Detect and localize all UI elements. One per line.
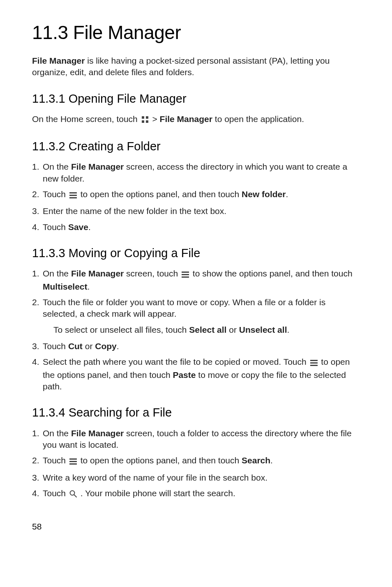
svg-rect-1 [146, 116, 148, 119]
svg-rect-4 [69, 192, 77, 193]
list-item: 3. Write a key word of the name of your … [32, 472, 360, 483]
menu-icon [182, 269, 189, 281]
term-file-manager: File Manager [71, 428, 124, 438]
menu-icon [69, 190, 77, 201]
steps-list: 1. On the File Manager screen, touch to … [32, 268, 360, 320]
term-cut: Cut [68, 341, 83, 351]
list-item: 1. On the File Manager screen, touch to … [32, 268, 360, 292]
term-save: Save [68, 222, 88, 232]
document-page: 11.3 File Manager File Manager is like h… [0, 0, 392, 587]
subsection-heading: 11.3.3 Moving or Copying a File [32, 245, 360, 261]
svg-rect-13 [69, 458, 77, 460]
list-item: 4. Touch Save. [32, 221, 360, 233]
svg-rect-5 [69, 195, 77, 196]
svg-rect-11 [310, 362, 318, 364]
subsection-heading: 11.3.1 Opening File Manager [32, 91, 360, 107]
intro-paragraph: File Manager is like having a pocket-siz… [32, 55, 360, 78]
paragraph: On the Home screen, touch > File Manager… [32, 113, 360, 126]
subsection-heading: 11.3.2 Creating a Folder [32, 138, 360, 154]
list-item: 1. On the File Manager screen, access th… [32, 161, 360, 184]
steps-list: 3. Touch Cut or Copy. 4. Select the path… [32, 341, 360, 392]
subsection-heading: 11.3.4 Searching for a File [32, 405, 360, 421]
svg-line-17 [74, 495, 76, 497]
term-paste: Paste [173, 370, 196, 380]
svg-rect-7 [182, 272, 189, 273]
svg-rect-2 [142, 120, 144, 123]
svg-rect-15 [69, 463, 77, 465]
term-new-folder: New folder [242, 189, 286, 199]
menu-icon [310, 357, 318, 369]
term-select-all: Select all [189, 325, 226, 334]
svg-rect-3 [146, 120, 148, 123]
term-unselect-all: Unselect all [239, 325, 287, 334]
steps-list: 1. On the File Manager screen, access th… [32, 161, 360, 233]
term-search: Search [242, 456, 270, 465]
term-file-manager: File Manager [32, 56, 85, 65]
note-paragraph: To select or unselect all files, touch S… [32, 324, 360, 336]
search-icon [69, 489, 77, 500]
list-item: 3. Touch Cut or Copy. [32, 341, 360, 352]
svg-rect-8 [182, 274, 189, 275]
svg-rect-6 [69, 197, 77, 198]
section-heading: 11.3 File Manager [32, 20, 360, 45]
apps-grid-icon [141, 115, 149, 126]
term-file-manager: File Manager [160, 114, 212, 124]
term-file-manager: File Manager [71, 269, 124, 278]
svg-rect-0 [142, 116, 144, 119]
svg-rect-9 [182, 276, 189, 278]
page-number: 58 [32, 521, 360, 532]
list-item: 3. Enter the name of the new folder in t… [32, 205, 360, 217]
list-item: 2. Touch the file or folder you want to … [32, 297, 360, 320]
term-copy: Copy [95, 341, 117, 351]
term-multiselect: Multiselect [43, 282, 88, 291]
list-item: 4. Select the path where you want the fi… [32, 356, 360, 392]
list-item: 4. Touch . Your mobile phone will start … [32, 488, 360, 500]
svg-rect-14 [69, 461, 77, 462]
svg-rect-10 [310, 360, 318, 361]
list-item: 2. Touch to open the options panel, and … [32, 455, 360, 467]
list-item: 1. On the File Manager screen, touch a f… [32, 428, 360, 451]
svg-rect-12 [310, 365, 318, 366]
steps-list: 1. On the File Manager screen, touch a f… [32, 428, 360, 501]
list-item: 2. Touch to open the options panel, and … [32, 189, 360, 201]
term-file-manager: File Manager [71, 162, 124, 171]
menu-icon [69, 456, 77, 467]
